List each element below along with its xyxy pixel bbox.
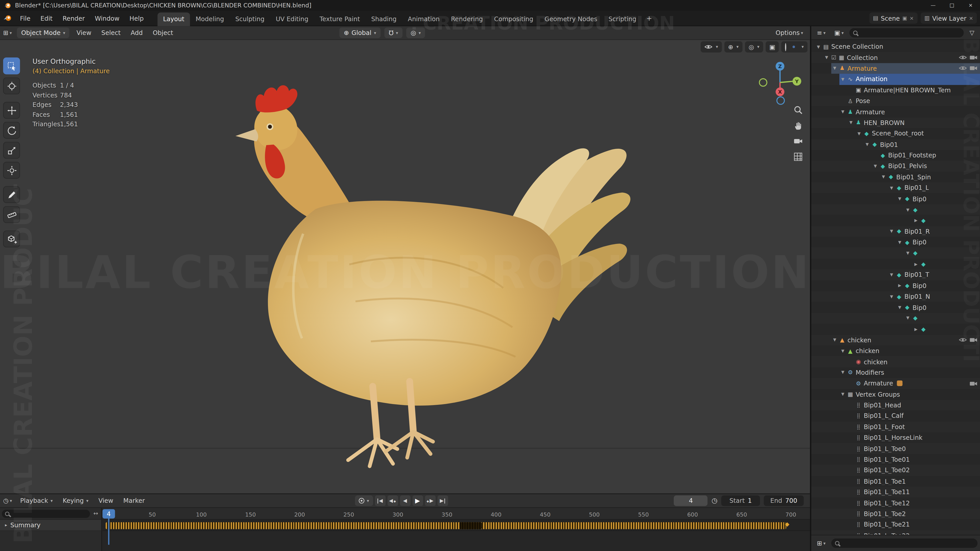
row-label[interactable]: Bip0 — [913, 239, 927, 246]
tool-cursor[interactable] — [3, 78, 20, 94]
tool-select-box[interactable] — [3, 57, 20, 74]
outliner-row[interactable]: ☑ ⣿ Bip01_L_Toe11 — [811, 487, 980, 498]
disclosure-arrow-icon[interactable]: ▼ — [839, 110, 846, 114]
row-label[interactable]: Bip01_L — [904, 184, 929, 191]
object-visibility-dropdown[interactable]: ▾ — [701, 41, 722, 52]
keyframe-strip[interactable] — [106, 522, 786, 529]
disclosure-arrow-icon[interactable]: ▼ — [823, 55, 830, 60]
row-label[interactable]: chicken — [856, 348, 880, 354]
outliner-row[interactable]: ▼ ☑ ♟ HEN_BROWN — [811, 118, 980, 128]
timeline-tracks[interactable]: 5010015020025030035040045050055060065070… — [103, 508, 810, 551]
overlays-dropdown[interactable]: ◎ ▾ — [745, 41, 763, 52]
row-label[interactable]: Pose — [856, 97, 870, 104]
workspace-tab[interactable]: Scripting — [603, 12, 642, 26]
disclosure-arrow-icon[interactable]: ▼ — [848, 120, 854, 125]
outliner-row[interactable]: ▼ ☑ ♟ Armature — [811, 63, 980, 74]
outliner-row[interactable]: ▼ ☑ ∿ Animation — [811, 74, 980, 85]
outliner-row[interactable]: ▶ ☑ ◆ Bip0 — [811, 280, 980, 291]
jump-to-start-button[interactable]: ◀ — [375, 495, 385, 506]
outliner-row[interactable]: ▼ ☑ ◆ Bip01_T — [811, 269, 980, 280]
snap-toggle[interactable]: Ω ▾ — [384, 27, 402, 38]
summary-channel[interactable]: ▸ Summary — [0, 520, 101, 531]
row-label[interactable]: Bip01_Pelvis — [888, 163, 927, 170]
disclosure-arrow-icon[interactable]: ▶ — [913, 327, 920, 332]
outliner-row[interactable]: ▼ ☑ ▲ chicken — [811, 345, 980, 356]
outliner-row[interactable]: ☑ ⣿ Bip01_L_Toe22 — [811, 530, 980, 535]
proportional-edit-toggle[interactable]: ◎ ▾ — [406, 27, 425, 38]
disclosure-arrow-icon[interactable]: ▼ — [896, 240, 903, 245]
outliner-row[interactable]: ▼ ☑ ▦ Collection — [811, 52, 980, 63]
outliner-row[interactable]: ▼ ☑ ▤ Scene Collection — [811, 41, 980, 52]
outliner-filter-button[interactable]: ▽ — [966, 29, 977, 36]
outliner-row[interactable]: ▼ ☑ ◆ Bip01_Spin — [811, 171, 980, 183]
row-label[interactable]: Bip0 — [913, 282, 927, 289]
disable-in-render-camera-icon[interactable] — [969, 337, 977, 343]
row-label[interactable]: Scene Collection — [831, 43, 883, 50]
outliner-row[interactable]: ☑ ⣿ Bip01_L_Toe12 — [811, 497, 980, 508]
maximize-button[interactable]: □ — [942, 0, 961, 11]
transform-orientation[interactable]: ⊕ Global ▾ — [339, 27, 380, 38]
unlink-scene-icon[interactable]: × — [910, 15, 914, 21]
row-label[interactable]: Bip01_L_Toe0 — [864, 445, 906, 452]
row-label[interactable]: Bip01_R — [904, 228, 930, 235]
playhead-frame-badge[interactable]: 4 — [103, 509, 115, 518]
viewport-menu-item[interactable]: Select — [97, 27, 126, 39]
row-label[interactable]: HEN_BROWN — [864, 119, 904, 126]
tool-transform[interactable] — [3, 162, 20, 179]
disclosure-arrow-icon[interactable]: ▼ — [896, 305, 903, 310]
outliner-row[interactable]: ▼ ☑ ◆ Bip01_N — [811, 291, 980, 302]
row-label[interactable]: Armature — [864, 380, 893, 387]
timeline-menu-item[interactable]: View▾ — [94, 495, 118, 507]
jump-to-end-button[interactable]: ▶ — [437, 495, 448, 506]
menu-item[interactable]: Edit — [35, 12, 58, 24]
disclosure-arrow-icon[interactable]: ▼ — [896, 196, 903, 201]
row-label[interactable]: Bip01_L_Toe21 — [864, 521, 910, 528]
row-label[interactable]: Bip01_L_Toe12 — [864, 499, 910, 507]
disclosure-arrow-icon[interactable]: ▼ — [888, 272, 895, 277]
row-label[interactable]: Bip01_L_Toe1 — [864, 478, 906, 485]
toggle-grid-icon[interactable] — [793, 152, 803, 162]
shading-wireframe-button[interactable] — [785, 43, 787, 50]
outliner-row[interactable]: ☑ ▣ Armature|HEN BROWN_Tem — [811, 85, 980, 96]
outliner-row[interactable]: ▼ ☑ ◆ — [811, 313, 980, 324]
disclosure-arrow-icon[interactable]: ▼ — [888, 294, 895, 299]
outliner-editor-type-button[interactable]: ≡▾ — [814, 29, 829, 36]
row-label[interactable]: Bip01_L_Foot — [864, 424, 905, 430]
modifier-display-toggle[interactable] — [897, 381, 902, 386]
outliner-row[interactable]: ▼ ☑ ⚙ Modifiers — [811, 367, 980, 378]
row-label[interactable]: Scene_Root_root — [872, 130, 924, 137]
disclosure-arrow-icon[interactable]: ▶ — [896, 283, 903, 288]
auto-keying-button[interactable]: ▾ — [355, 495, 373, 506]
row-label[interactable]: Bip01_N — [904, 293, 930, 300]
row-label[interactable]: Bip01 — [880, 141, 898, 148]
play-reverse-button[interactable]: ◀ — [400, 495, 410, 506]
scene-selector[interactable]: ▤ Scene ▣ × — [869, 13, 918, 24]
camera-view-icon[interactable] — [793, 136, 803, 146]
row-label[interactable]: chicken — [864, 359, 887, 365]
disclosure-arrow-icon[interactable]: ▼ — [872, 164, 879, 169]
hide-in-viewport-eye-icon[interactable] — [959, 65, 967, 71]
channel-search-input[interactable] — [2, 510, 90, 518]
next-keyframe-button[interactable]: ◆▶ — [425, 495, 435, 506]
last-keyframe-icon[interactable]: ◆ — [785, 521, 789, 527]
timeline-menu-item[interactable]: Playback▾ — [15, 495, 58, 507]
footer-search-input[interactable] — [831, 538, 977, 548]
viewport-menu-item[interactable]: View — [72, 27, 96, 39]
outliner-row[interactable]: ▼ ☑ ▲ chicken — [811, 335, 980, 346]
disclosure-arrow-icon[interactable]: ▼ — [856, 131, 862, 136]
disclosure-arrow-icon[interactable]: ▼ — [888, 186, 895, 191]
disclosure-arrow-icon[interactable]: ▼ — [839, 77, 846, 82]
row-label[interactable]: Armature|HEN BROWN_Tem — [864, 87, 951, 94]
disclosure-arrow-icon[interactable]: ▶ — [913, 262, 920, 267]
row-label[interactable]: chicken — [848, 337, 871, 343]
outliner-row[interactable]: ▶ ☑ ◆ — [811, 259, 980, 269]
disclosure-arrow-icon[interactable]: ▼ — [904, 251, 912, 256]
timeline-menu-item[interactable]: Marker▾ — [118, 495, 150, 507]
outliner-row[interactable]: ☑ ♙ Pose — [811, 96, 980, 106]
outliner-row[interactable]: ▼ ☑ ◆ Bip01_Pelvis — [811, 161, 980, 171]
row-label[interactable]: Modifiers — [856, 369, 884, 376]
outliner-row[interactable]: ☑ ⣿ Bip01_L_Toe2 — [811, 508, 980, 519]
timeline-menu-item[interactable]: Keying▾ — [58, 495, 94, 507]
row-label[interactable]: Bip01_L_Toe02 — [864, 467, 910, 474]
disclosure-arrow-icon[interactable]: ▼ — [888, 229, 895, 234]
